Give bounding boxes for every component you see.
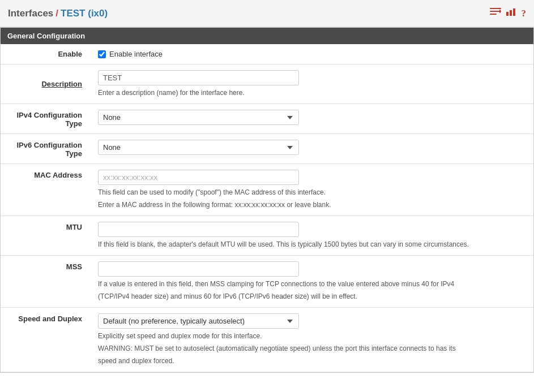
- breadcrumb-separator: /: [55, 8, 58, 19]
- enable-checkbox-row: Enable interface: [98, 50, 527, 58]
- mtu-row: MTU If this field is blank, the adapter'…: [1, 216, 533, 256]
- svg-rect-0: [490, 8, 501, 9]
- speed-duplex-help-3: speed and duplex forced.: [98, 356, 527, 366]
- speed-duplex-label: Speed and Duplex: [1, 308, 91, 372]
- ipv4-config-label: IPv4 ConfigurationType: [1, 104, 91, 134]
- enable-row: Enable Enable interface: [1, 44, 533, 64]
- mtu-input[interactable]: [98, 222, 299, 237]
- section-title: General Configuration: [1, 28, 533, 44]
- description-value-cell: Enter a description (name) for the inter…: [91, 64, 533, 104]
- ipv6-config-select[interactable]: None Static IPv6 DHCPv6 SLAAC: [98, 140, 299, 155]
- description-row: Description Enter a description (name) f…: [1, 64, 533, 104]
- description-input[interactable]: [98, 70, 299, 85]
- svg-rect-1: [490, 11, 499, 12]
- mss-label: MSS: [1, 256, 91, 308]
- ipv6-config-value-cell: None Static IPv6 DHCPv6 SLAAC: [91, 134, 533, 164]
- description-label: Description: [1, 64, 91, 104]
- mss-value-cell: If a value is entered in this field, the…: [91, 256, 533, 308]
- ipv4-config-value-cell: None Static IPv4 DHCP PPPoE: [91, 104, 533, 134]
- mss-row: MSS If a value is entered in this field,…: [1, 256, 533, 308]
- description-help: Enter a description (name) for the inter…: [98, 88, 527, 98]
- chart-icon[interactable]: [506, 7, 517, 19]
- speed-duplex-value-cell: Default (no preference, typically autose…: [91, 308, 533, 372]
- mss-input[interactable]: [98, 261, 299, 277]
- mss-help-1: If a value is entered in this field, the…: [98, 279, 527, 289]
- svg-rect-5: [506, 12, 509, 16]
- svg-rect-4: [498, 11, 501, 12]
- ipv6-config-row: IPv6 ConfigurationType None Static IPv6 …: [1, 134, 533, 164]
- main-container: General Configuration Enable Enable inte…: [0, 27, 534, 373]
- mtu-help: If this field is blank, the adapter's de…: [98, 239, 527, 249]
- breadcrumb: Interfaces / TEST (ix0): [8, 8, 108, 19]
- mss-help-2: (TCP/IPv4 header size) and minus 60 for …: [98, 291, 527, 301]
- mtu-value-cell: If this field is blank, the adapter's de…: [91, 216, 533, 256]
- page-header: Interfaces / TEST (ix0) ?: [0, 0, 534, 27]
- enable-value-cell: Enable interface: [91, 44, 533, 64]
- mac-address-row: MAC Address This field can be used to mo…: [1, 164, 533, 216]
- speed-duplex-help-1: Explicitly set speed and duplex mode for…: [98, 331, 527, 341]
- enable-checkbox-label[interactable]: Enable interface: [109, 50, 163, 58]
- svg-rect-6: [510, 10, 512, 16]
- mac-address-help-2: Enter a MAC address in the following for…: [98, 200, 527, 210]
- speed-duplex-select[interactable]: Default (no preference, typically autose…: [98, 313, 299, 329]
- speed-duplex-row: Speed and Duplex Default (no preference,…: [1, 308, 533, 372]
- settings-icon[interactable]: [490, 7, 501, 19]
- ipv4-config-row: IPv4 ConfigurationType None Static IPv4 …: [1, 104, 533, 134]
- ipv6-config-label: IPv6 ConfigurationType: [1, 134, 91, 164]
- enable-checkbox[interactable]: [98, 50, 106, 58]
- description-label-text[interactable]: Description: [41, 80, 82, 88]
- breadcrumb-current: TEST (ix0): [61, 8, 108, 19]
- speed-duplex-help-2: WARNING: MUST be set to autoselect (auto…: [98, 343, 527, 354]
- ipv4-config-select[interactable]: None Static IPv4 DHCP PPPoE: [98, 110, 299, 125]
- svg-rect-7: [513, 8, 515, 16]
- breadcrumb-root[interactable]: Interfaces: [8, 8, 53, 19]
- mac-address-value-cell: This field can be used to modify ("spoof…: [91, 164, 533, 216]
- svg-rect-2: [490, 14, 497, 15]
- mtu-label: MTU: [1, 216, 91, 256]
- mac-address-input[interactable]: [98, 170, 299, 185]
- config-table: Enable Enable interface Description Ente…: [1, 44, 533, 372]
- header-icons: ?: [490, 7, 527, 19]
- mac-address-label: MAC Address: [1, 164, 91, 216]
- help-icon[interactable]: ?: [522, 8, 527, 19]
- enable-label: Enable: [1, 44, 91, 64]
- mac-address-help-1: This field can be used to modify ("spoof…: [98, 187, 527, 197]
